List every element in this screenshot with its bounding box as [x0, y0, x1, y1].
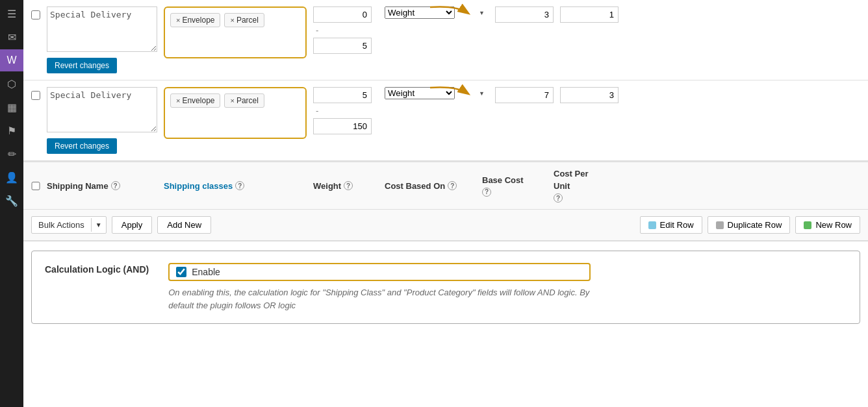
calculation-logic-section: Calculation Logic (AND) Enable On enabli… — [31, 251, 860, 324]
sidebar-item-menu[interactable]: ☰ — [0, 3, 23, 25]
sidebar-item-flag[interactable]: ⚑ — [0, 119, 23, 142]
header-base-cost-label: Base Cost — [482, 175, 524, 185]
row1-name-cell: Special Delivery Revert changes — [47, 6, 157, 73]
row1-tag-parcel-remove[interactable]: × — [230, 16, 234, 24]
shipping-classes-help-icon[interactable]: ? — [235, 181, 244, 190]
header-shipping-name: Shipping Name ? — [47, 181, 157, 191]
shipping-row-2: Special Delivery Revert changes × Envelo… — [23, 80, 868, 161]
new-row-label: New Row — [815, 220, 852, 230]
sidebar: ☰ ✉ W ⬡ ▦ ⚑ ✏ 👤 🔧 — [0, 0, 23, 407]
row2-dash: - — [313, 106, 378, 116]
row1-dash: - — [313, 25, 378, 35]
row2-weight-col: - — [313, 87, 378, 134]
duplicate-row-label: Duplicate Row — [728, 220, 782, 230]
row2-name-input[interactable]: Special Delivery — [47, 87, 157, 132]
row1-cost-based-col: Weight Price Quantity Item Count — [385, 6, 489, 34]
row2-weight-input[interactable] — [313, 87, 372, 103]
bulk-actions-arrow-icon[interactable]: ▼ — [91, 218, 106, 232]
duplicate-row-button[interactable]: Duplicate Row — [708, 216, 791, 234]
row1-name-input[interactable]: Special Delivery — [47, 6, 157, 52]
row2-tag-parcel-remove[interactable]: × — [230, 97, 234, 105]
edit-row-button[interactable]: Edit Row — [640, 216, 702, 234]
row1-cost-per-unit-col — [560, 6, 593, 23]
calc-description: On enabling this, the calculation logic … — [168, 286, 591, 312]
sidebar-item-edit[interactable]: ✏ — [0, 143, 23, 165]
add-new-button[interactable]: Add New — [157, 216, 211, 234]
header-shipping-classes: Shipping classes ? — [164, 181, 307, 191]
row2-checkbox[interactable] — [31, 91, 40, 100]
row1-arrow-annotation — [424, 4, 476, 23]
header-shipping-classes-label: Shipping classes — [164, 181, 233, 191]
duplicate-row-color-dot — [716, 221, 724, 229]
enable-checkbox-wrapper[interactable]: Enable — [168, 263, 591, 281]
header-weight: Weight ? — [313, 181, 378, 191]
row2-tag-parcel-label: Parcel — [236, 96, 259, 105]
row2-tags: × Envelope × Parcel — [170, 93, 300, 108]
row1-spacer — [385, 21, 489, 34]
sidebar-item-tools[interactable]: 🔧 — [0, 190, 23, 212]
row1-weight-max-input[interactable] — [313, 38, 372, 54]
row1-weight-input[interactable] — [313, 6, 372, 23]
main-content: Special Delivery Revert changes × Envelo… — [23, 0, 868, 407]
bulk-actions-dropdown[interactable]: Bulk Actions ▼ — [31, 216, 107, 234]
select-all-checkbox[interactable] — [31, 182, 40, 190]
enable-label: Enable — [192, 267, 220, 277]
row2-arrow-annotation — [424, 84, 476, 104]
row2-tag-envelope-label: Envelope — [182, 96, 214, 105]
enable-checkbox[interactable] — [176, 267, 186, 277]
sidebar-item-woo[interactable]: W — [0, 49, 23, 71]
row2-tag-parcel[interactable]: × Parcel — [224, 93, 264, 108]
sidebar-item-users[interactable]: 👤 — [0, 166, 23, 188]
row2-base-cost-input[interactable] — [495, 87, 554, 103]
header-cost-per-unit: Cost Per Unit ? — [554, 169, 606, 203]
row1-tag-envelope-label: Envelope — [182, 16, 214, 25]
header-shipping-name-label: Shipping Name — [47, 181, 108, 191]
sidebar-item-mail[interactable]: ✉ — [0, 26, 23, 48]
header-cost-based-on: Cost Based On ? — [385, 181, 476, 191]
row1-weight-col: - — [313, 6, 378, 54]
apply-button[interactable]: Apply — [112, 216, 153, 234]
row1-tags: × Envelope × Parcel — [170, 13, 300, 27]
row2-tag-envelope-remove[interactable]: × — [176, 97, 180, 105]
row1-tag-envelope-remove[interactable]: × — [176, 16, 180, 24]
row2-name-cell: Special Delivery Revert changes — [47, 87, 157, 154]
base-cost-help-icon[interactable]: ? — [482, 188, 491, 197]
calc-title: Calculation Logic (AND) — [45, 263, 149, 275]
calc-row: Calculation Logic (AND) Enable On enabli… — [45, 263, 847, 312]
row1-revert-button[interactable]: Revert changes — [47, 58, 117, 73]
shipping-name-help-icon[interactable]: ? — [111, 181, 120, 190]
row1-base-cost-input[interactable] — [495, 6, 554, 23]
row2-tag-envelope[interactable]: × Envelope — [170, 93, 220, 108]
header-cost-per-unit-label2: Unit — [554, 181, 570, 191]
row2-spacer2 — [495, 106, 554, 119]
actions-bar: Bulk Actions ▼ Apply Add New Edit Row Du… — [23, 210, 868, 241]
row1-checkbox[interactable] — [31, 10, 40, 19]
row1-spacer2 — [495, 25, 554, 38]
row2-cost-per-unit-input[interactable] — [560, 87, 619, 103]
cost-per-unit-help-icon[interactable]: ? — [554, 193, 563, 203]
new-row-button[interactable]: New Row — [795, 216, 860, 234]
sidebar-item-orders[interactable]: ▦ — [0, 96, 23, 118]
edit-row-color-dot — [648, 221, 656, 229]
row1-tag-parcel[interactable]: × Parcel — [224, 13, 264, 27]
cost-based-help-icon[interactable]: ? — [448, 181, 457, 190]
row2-cost-based-col: Weight Price Quantity Item Count — [385, 87, 489, 115]
row2-shipping-classes: × Envelope × Parcel — [164, 87, 307, 139]
row2-revert-button[interactable]: Revert changes — [47, 138, 117, 154]
row2-weight-max-input[interactable] — [313, 118, 372, 134]
edit-row-label: Edit Row — [660, 220, 694, 230]
row2-spacer — [385, 102, 489, 115]
shipping-row-1: Special Delivery Revert changes × Envelo… — [23, 0, 868, 80]
sidebar-item-products[interactable]: ⬡ — [0, 73, 23, 95]
weight-help-icon[interactable]: ? — [344, 181, 353, 190]
right-action-buttons: Edit Row Duplicate Row New Row — [640, 216, 860, 234]
header-weight-label: Weight — [313, 181, 341, 191]
row1-tag-parcel-label: Parcel — [236, 16, 259, 25]
table-header: Shipping Name ? Shipping classes ? Weigh… — [23, 161, 868, 210]
bulk-actions-label: Bulk Actions — [32, 217, 91, 233]
row2-cost-per-unit-col — [560, 87, 593, 103]
row1-shipping-classes: × Envelope × Parcel — [164, 6, 307, 58]
calc-content: Enable On enabling this, the calculation… — [168, 263, 591, 312]
row1-tag-envelope[interactable]: × Envelope — [170, 13, 220, 27]
row1-cost-per-unit-input[interactable] — [560, 6, 619, 23]
